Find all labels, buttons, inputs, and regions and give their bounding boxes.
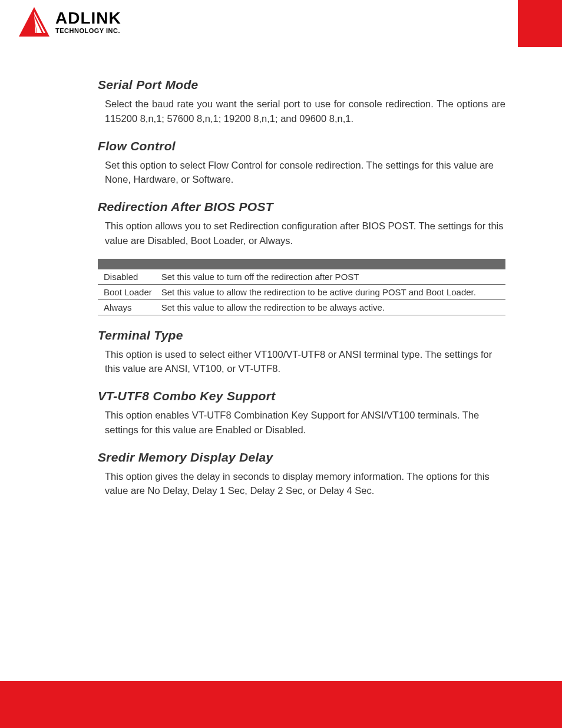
options-table: Disabled Set this value to turn off the … — [98, 259, 505, 315]
paragraph-terminal-type: This option is used to select either VT1… — [105, 347, 505, 377]
logo-triangle-icon — [18, 7, 51, 38]
option-value: Set this value to allow the redirection … — [156, 299, 505, 315]
footer-accent-bar — [0, 681, 562, 728]
page: ADLINK TECHNOLOGY INC. Serial Port Mode … — [0, 0, 562, 728]
heading-terminal-type: Terminal Type — [98, 328, 505, 342]
logo-brand-main: ADLINK — [55, 11, 121, 27]
header-accent-tab — [518, 0, 562, 47]
heading-serial-port-mode: Serial Port Mode — [98, 78, 505, 92]
logo-brand-sub: TECHNOLOGY INC. — [55, 27, 121, 34]
option-key: Disabled — [98, 269, 156, 285]
option-key: Always — [98, 299, 156, 315]
company-logo: ADLINK TECHNOLOGY INC. — [18, 7, 121, 38]
option-value: Set this value to allow the redirection … — [156, 284, 505, 299]
document-content: Serial Port Mode Select the baud rate yo… — [98, 78, 505, 502]
table-header-bar — [98, 259, 505, 269]
logo-text: ADLINK TECHNOLOGY INC. — [55, 11, 121, 34]
paragraph-vt-utf8-combo-key: This option enables VT-UTF8 Combination … — [105, 408, 505, 437]
paragraph-flow-control: Set this option to select Flow Control f… — [105, 158, 505, 187]
heading-vt-utf8-combo-key: VT-UTF8 Combo Key Support — [98, 389, 505, 403]
table-row: Always Set this value to allow the redir… — [98, 299, 505, 315]
table-row: Disabled Set this value to turn off the … — [98, 269, 505, 285]
heading-sredir-memory-display-delay: Sredir Memory Display Delay — [98, 450, 505, 465]
paragraph-redirection-after-bios-post: This option allows you to set Redirectio… — [105, 219, 505, 248]
heading-flow-control: Flow Control — [98, 139, 505, 153]
heading-redirection-after-bios-post: Redirection After BIOS POST — [98, 200, 505, 214]
paragraph-sredir-memory-display-delay: This option gives the delay in seconds t… — [105, 469, 505, 499]
option-key: Boot Loader — [98, 284, 156, 299]
option-value: Set this value to turn off the redirecti… — [156, 269, 505, 285]
paragraph-serial-port-mode: Select the baud rate you want the serial… — [105, 97, 505, 126]
table-row: Boot Loader Set this value to allow the … — [98, 284, 505, 299]
